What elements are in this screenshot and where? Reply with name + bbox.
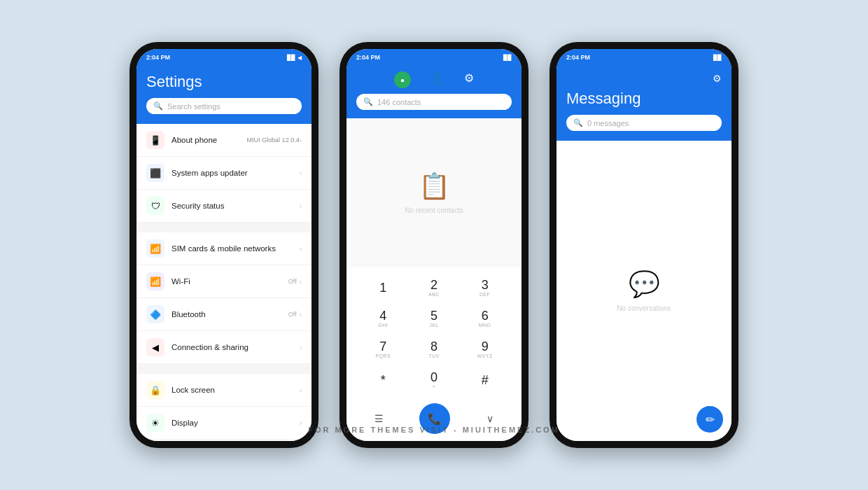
phones-wrapper: 2:04 PM ▉▉ ◀ Settings 🔍 Search settings … — [130, 42, 738, 448]
status-icons-1: ▉▉ ◀ — [287, 55, 302, 61]
dial-key-9[interactable]: 9WXYZ — [470, 336, 500, 363]
settings-item-sim[interactable]: 📶 SIM cards & mobile networks › — [136, 232, 312, 265]
dialpad-row-2: 4GHI 5JKL 6MNO — [358, 305, 510, 332]
settings-item-lockscreen[interactable]: 🔒 Lock screen › — [136, 374, 312, 407]
about-chevron: › — [300, 136, 302, 144]
lockscreen-label: Lock screen — [172, 386, 300, 394]
settings-search-placeholder: Search settings — [167, 102, 220, 111]
settings-item-security[interactable]: 🛡 Security status › — [136, 190, 312, 223]
wifi-icon-1: ◀ — [298, 55, 302, 61]
search-icon-1: 🔍 — [153, 102, 163, 111]
dialpad-down-icon[interactable]: ∨ — [486, 413, 493, 424]
status-time-1: 2:04 PM — [146, 54, 170, 61]
no-msg-icon: 💬 — [629, 270, 660, 299]
phone-settings: 2:04 PM ▉▉ ◀ Settings 🔍 Search settings … — [130, 42, 318, 448]
dial-key-3[interactable]: 3DEF — [470, 274, 500, 301]
about-label: About phone — [172, 136, 247, 144]
sysapps-text: System apps updater — [172, 169, 300, 177]
security-chevron: › — [300, 202, 302, 210]
no-recent-icon: 📋 — [419, 172, 450, 201]
dial-key-hash[interactable]: # — [470, 367, 500, 393]
contacts-search-icon: 🔍 — [363, 97, 373, 106]
call-button[interactable]: 📞 — [419, 403, 450, 434]
dial-key-7[interactable]: 7PQRS — [368, 336, 398, 363]
settings-icon[interactable]: ⚙ — [464, 71, 474, 88]
dial-key-8[interactable]: 8TUV — [419, 336, 449, 363]
dialer-active-icon[interactable]: ● — [394, 71, 411, 88]
msg-search-icon: 🔍 — [573, 118, 583, 127]
sim-label: SIM cards & mobile networks — [172, 244, 300, 253]
dial-key-2[interactable]: 2ABC — [419, 274, 449, 301]
wifi-text: Wi-Fi — [172, 277, 288, 286]
recent-contacts: 📋 No recent contacts — [346, 118, 522, 267]
settings-item-wifi[interactable]: 📶 Wi-Fi Off › — [136, 265, 312, 298]
connection-label: Connection & sharing — [172, 343, 300, 351]
dial-key-6[interactable]: 6MNO — [470, 305, 500, 332]
status-bar-1: 2:04 PM ▉▉ ◀ — [136, 49, 312, 66]
settings-list: 📱 About phone MIUI Global 12.0.4 › ⬛ Sys… — [136, 124, 312, 441]
signal-icon-2: ▉▉ — [503, 55, 512, 61]
settings-item-bluetooth[interactable]: 🔷 Bluetooth Off › — [136, 298, 312, 331]
lockscreen-icon: 🔒 — [146, 381, 164, 399]
messaging-top: ⚙ — [566, 73, 722, 84]
bluetooth-value: Off — [288, 311, 297, 318]
dial-key-1[interactable]: 1 — [368, 274, 398, 301]
sysapps-icon: ⬛ — [146, 164, 164, 182]
dial-key-5[interactable]: 5JKL — [419, 305, 449, 332]
about-icon: 📱 — [146, 131, 164, 149]
sysapps-chevron: › — [300, 169, 302, 177]
contacts-search[interactable]: 🔍 146 contacts — [356, 94, 512, 110]
phone-messaging: 2:04 PM ▉▉ ⚙ Messaging 🔍 0 messages 💬 — [550, 42, 738, 448]
lockscreen-chevron: › — [300, 386, 302, 394]
settings-search-bar[interactable]: 🔍 Search settings — [146, 98, 302, 114]
contacts-icon[interactable]: 👤 — [430, 71, 444, 88]
phone-dialer: 2:04 PM ▉▉ ● 👤 ⚙ 🔍 146 contacts — [340, 42, 528, 448]
display-label: Display — [172, 419, 300, 427]
spacer-1 — [136, 223, 312, 232]
dialpad-row-3: 7PQRS 8TUV 9WXYZ — [358, 336, 510, 363]
sim-icon: 📶 — [146, 239, 164, 258]
no-recent-text: No recent contacts — [405, 206, 463, 214]
wifi-label: Wi-Fi — [172, 277, 288, 286]
wifi-icon: 📶 — [146, 272, 164, 290]
dial-key-0[interactable]: 0+ — [419, 367, 449, 393]
msg-search-placeholder: 0 messages — [587, 119, 629, 127]
contacts-list-icon[interactable]: ☰ — [374, 413, 384, 424]
settings-item-connection[interactable]: ◀ Connection & sharing › — [136, 331, 312, 364]
about-text: About phone — [172, 136, 247, 144]
dial-key-4[interactable]: 4GHI — [368, 305, 398, 332]
messaging-search[interactable]: 🔍 0 messages — [566, 115, 722, 131]
messages-area: 💬 No conversations ✏ — [556, 141, 732, 441]
settings-item-about[interactable]: 📱 About phone MIUI Global 12.0.4 › — [136, 124, 312, 157]
lockscreen-text: Lock screen — [172, 386, 300, 394]
signal-icon-1: ▉▉ — [287, 55, 295, 61]
signal-icon-3: ▉▉ — [713, 55, 722, 61]
status-bar-2: 2:04 PM ▉▉ — [346, 49, 522, 66]
messaging-settings-icon[interactable]: ⚙ — [713, 73, 722, 84]
sim-chevron: › — [300, 245, 302, 253]
settings-item-sysapps[interactable]: ⬛ System apps updater › — [136, 157, 312, 190]
status-time-3: 2:04 PM — [566, 54, 590, 61]
connection-chevron: › — [300, 344, 302, 351]
status-icons-3: ▉▉ — [713, 55, 722, 61]
sim-text: SIM cards & mobile networks — [172, 244, 300, 253]
security-label: Security status — [172, 202, 300, 210]
new-message-fab[interactable]: ✏ — [696, 406, 723, 433]
settings-title: Settings — [146, 73, 302, 91]
contacts-header: ● 👤 ⚙ 🔍 146 contacts — [346, 66, 522, 118]
bluetooth-label: Bluetooth — [172, 310, 288, 318]
bluetooth-chevron: › — [300, 311, 302, 318]
settings-item-sound[interactable]: 🔊 Sound & vibration › — [136, 440, 312, 441]
wifi-value: Off — [288, 278, 297, 285]
security-text: Security status — [172, 202, 300, 210]
sysapps-label: System apps updater — [172, 169, 300, 177]
about-sub: MIUI Global 12.0.4 — [247, 136, 300, 144]
display-icon: ☀ — [146, 414, 164, 432]
bluetooth-text: Bluetooth — [172, 310, 288, 318]
spacer-2 — [136, 364, 312, 374]
dialer-bottom: ☰ 📞 ∨ — [346, 398, 522, 441]
dialer-area: 📋 No recent contacts 1 2ABC 3DEF 4GHI 5J… — [346, 118, 522, 441]
settings-item-display[interactable]: ☀ Display › — [136, 407, 312, 440]
status-bar-3: 2:04 PM ▉▉ — [556, 49, 732, 66]
dial-key-star[interactable]: * — [368, 367, 398, 393]
